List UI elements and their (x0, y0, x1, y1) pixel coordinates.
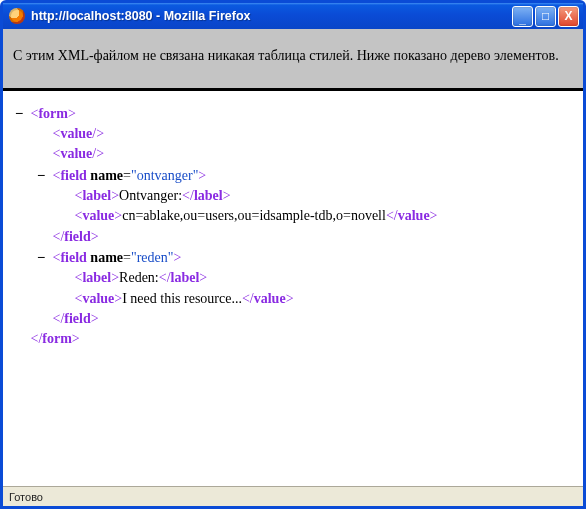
xml-tree-view[interactable]: − <form> <value/> <value/> − <field name… (3, 91, 583, 486)
status-bar: Готово (3, 486, 583, 506)
xml-node-form-close: </form> (13, 329, 573, 349)
xml-node-label: <label>Reden:</label> (13, 268, 573, 288)
xml-node-value: <value>I need this resource...</value> (13, 289, 573, 309)
xml-node-label: <label>Ontvanger:</label> (13, 186, 573, 206)
status-text: Готово (9, 491, 43, 503)
stylesheet-notice: С этим XML-файлом не связана никакая таб… (3, 29, 583, 91)
xml-node-field-close: </field> (13, 227, 573, 247)
xml-node-value-empty: <value/> (13, 124, 573, 144)
xml-node-value: <value>cn=ablake,ou=users,ou=idsample-td… (13, 206, 573, 226)
xml-node-field-open: − <field name="reden"> (13, 247, 573, 268)
window-controls: _ □ X (512, 6, 579, 27)
xml-node-field-close: </field> (13, 309, 573, 329)
xml-node-field-open: − <field name="ontvanger"> (13, 165, 573, 186)
window-title: http://localhost:8080 - Mozilla Firefox (31, 9, 512, 23)
xml-node-form-open: − <form> (13, 103, 573, 124)
minimize-button[interactable]: _ (512, 6, 533, 27)
collapse-toggle[interactable]: − (35, 247, 47, 267)
browser-window: http://localhost:8080 - Mozilla Firefox … (0, 0, 586, 509)
collapse-toggle[interactable]: − (13, 103, 25, 123)
close-button[interactable]: X (558, 6, 579, 27)
xml-node-value-empty: <value/> (13, 144, 573, 164)
firefox-icon (9, 8, 25, 24)
collapse-toggle[interactable]: − (35, 165, 47, 185)
maximize-button[interactable]: □ (535, 6, 556, 27)
titlebar[interactable]: http://localhost:8080 - Mozilla Firefox … (3, 3, 583, 29)
